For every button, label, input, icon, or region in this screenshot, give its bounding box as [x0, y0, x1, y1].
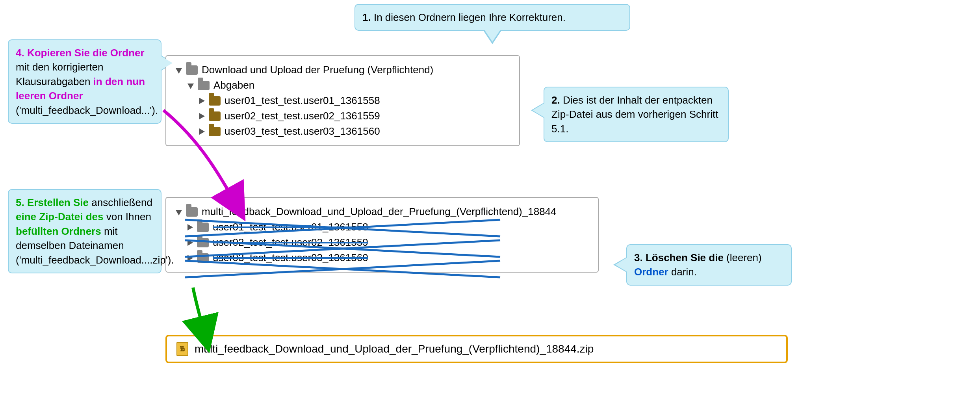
- tree1-item-0: user01_test_test.user01_1361558: [176, 93, 510, 108]
- tree2-item-0: user01_test_test.user01_1361558: [176, 219, 588, 235]
- expand-icon-item0[interactable]: [199, 98, 205, 104]
- bubble2-text: 2. Dies ist der Inhalt der entpackten Zi…: [551, 94, 718, 135]
- expand-icon-root2[interactable]: [176, 210, 182, 215]
- expand-icon-t2item2[interactable]: [187, 255, 193, 261]
- folder-icon-t2item0: [197, 223, 209, 232]
- folder-icon-item2: [209, 127, 221, 136]
- folder-icon-root1: [186, 65, 198, 75]
- bubble-step5: 5. Erstellen Sie anschließend eine Zip-D…: [8, 189, 161, 273]
- tree1-item2-label: user03_test_test.user03_1361560: [225, 125, 380, 137]
- tree1-root: Download und Upload der Pruefung (Verpfl…: [176, 62, 510, 78]
- tree1-item0-label: user01_test_test.user01_1361558: [225, 95, 380, 107]
- tree2-item2-label: user03_test_test.user03_1361560: [213, 252, 368, 264]
- bubble-step4: 4. Kopieren Sie die Ordner mit den korri…: [8, 39, 161, 124]
- tree2-item1-label: user02_test_test.user02_1361559: [213, 236, 368, 249]
- zip-file-row: 🗜 multi_feedback_Download_und_Upload_der…: [165, 335, 788, 363]
- bubble1-text: 1. 1. In diesen Ordnern liegen Ihre Korr…: [362, 11, 566, 23]
- tree2-root: multi_feedback_Download_und_Upload_der_P…: [176, 204, 588, 219]
- tree1-item-1: user02_test_test.user02_1361559: [176, 108, 510, 124]
- bubble4-text: 4. Kopieren Sie die Ordner mit den korri…: [16, 47, 158, 116]
- expand-icon-item2[interactable]: [199, 128, 205, 135]
- bubble5-text: 5. Erstellen Sie anschließend eine Zip-D…: [16, 197, 174, 266]
- tree2-item-2: user03_test_test.user03_1361560: [176, 250, 588, 265]
- folder-icon-t2item1: [197, 238, 209, 247]
- tree2-item-1: user02_test_test.user02_1361559: [176, 235, 588, 250]
- bubble-step3: 3. Löschen Sie die (leeren) Ordner darin…: [626, 244, 792, 286]
- tree1-item-2: user03_test_test.user03_1361560: [176, 124, 510, 139]
- bubble-step1: 1. 1. In diesen Ordnern liegen Ihre Korr…: [355, 4, 630, 31]
- tree1-child1-label: Abgaben: [213, 79, 254, 91]
- expand-icon-item1[interactable]: [199, 113, 205, 119]
- tree1-item1-label: user02_test_test.user02_1361559: [225, 110, 380, 122]
- expand-icon-root1[interactable]: [176, 68, 182, 74]
- bubble3-text: 3. Löschen Sie die (leeren) Ordner darin…: [634, 252, 762, 278]
- expand-icon-t2item0[interactable]: [187, 224, 193, 230]
- folder-icon-item0: [209, 96, 221, 106]
- expand-icon-abgaben[interactable]: [187, 84, 194, 89]
- expand-icon-t2item1[interactable]: [187, 239, 193, 246]
- file-tree-2: multi_feedback_Download_und_Upload_der_P…: [165, 197, 599, 273]
- folder-icon-t2item2: [197, 253, 209, 263]
- tree2-item0-label: user01_test_test.user01_1361558: [213, 221, 368, 233]
- zip-icon: 🗜: [176, 342, 188, 356]
- file-tree-1: Download und Upload der Pruefung (Verpfl…: [165, 55, 520, 146]
- zip-filename: multi_feedback_Download_und_Upload_der_P…: [195, 343, 594, 355]
- tree1-child1: Abgaben: [176, 78, 510, 93]
- tree2-root-label: multi_feedback_Download_und_Upload_der_P…: [202, 206, 557, 218]
- folder-icon-root2: [186, 207, 198, 217]
- folder-icon-item1: [209, 111, 221, 121]
- bubble-step2: 2. Dies ist der Inhalt der entpackten Zi…: [544, 87, 729, 142]
- folder-icon-abgaben: [198, 81, 210, 90]
- tree1-root-label: Download und Upload der Pruefung (Verpfl…: [202, 64, 433, 76]
